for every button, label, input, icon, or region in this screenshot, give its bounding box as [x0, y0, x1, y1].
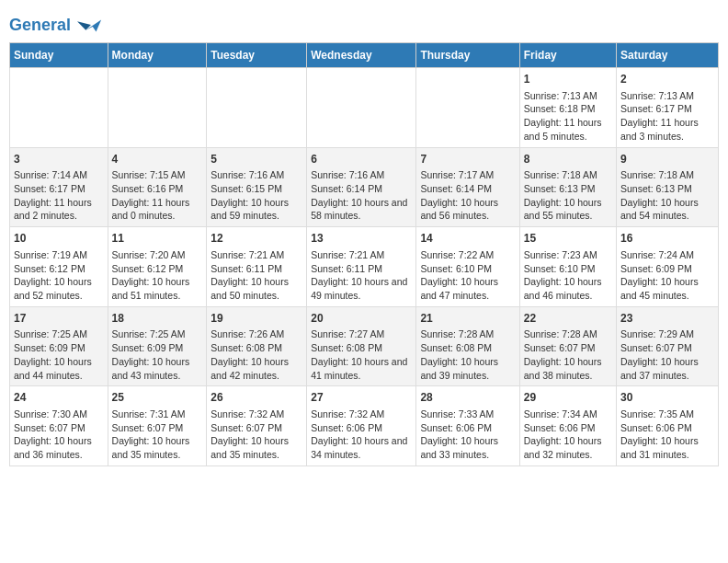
day-info: Sunset: 6:12 PM — [112, 262, 203, 276]
day-info: Sunrise: 7:28 AM — [420, 327, 515, 341]
day-info: Sunrise: 7:13 AM — [524, 89, 612, 103]
page-header: General — [9, 9, 719, 39]
logo: General — [9, 13, 103, 39]
day-info: Daylight: 11 hours and 3 minutes. — [620, 116, 714, 143]
calendar-cell: 22Sunrise: 7:28 AMSunset: 6:07 PMDayligh… — [519, 306, 616, 386]
day-info: Sunrise: 7:30 AM — [14, 408, 104, 421]
day-info: Sunset: 6:08 PM — [420, 341, 515, 355]
day-info: Sunrise: 7:25 AM — [112, 327, 203, 341]
day-info: Sunset: 6:11 PM — [311, 262, 412, 276]
day-number: 22 — [524, 311, 612, 327]
column-header-wednesday: Wednesday — [307, 43, 416, 68]
day-info: Sunrise: 7:20 AM — [112, 248, 203, 262]
column-header-tuesday: Tuesday — [207, 43, 307, 68]
day-info: Sunset: 6:16 PM — [112, 182, 203, 196]
calendar-table: SundayMondayTuesdayWednesdayThursdayFrid… — [9, 42, 719, 466]
day-info: Sunrise: 7:33 AM — [420, 408, 515, 421]
day-number: 16 — [620, 231, 714, 247]
day-info: Daylight: 10 hours and 47 minutes. — [420, 275, 515, 302]
day-info: Sunset: 6:07 PM — [14, 421, 104, 435]
calendar-cell: 20Sunrise: 7:27 AMSunset: 6:08 PMDayligh… — [307, 306, 416, 386]
day-info: Sunrise: 7:18 AM — [620, 168, 714, 182]
logo-general: General — [9, 16, 71, 34]
day-info: Sunset: 6:14 PM — [311, 182, 412, 196]
day-info: Daylight: 11 hours and 5 minutes. — [524, 116, 612, 143]
calendar-cell: 30Sunrise: 7:35 AMSunset: 6:06 PMDayligh… — [617, 386, 719, 466]
day-info: Daylight: 10 hours and 35 minutes. — [112, 434, 203, 461]
calendar-cell: 13Sunrise: 7:21 AMSunset: 6:11 PMDayligh… — [307, 227, 416, 307]
day-info: Sunset: 6:09 PM — [14, 341, 104, 355]
calendar-week-row: 17Sunrise: 7:25 AMSunset: 6:09 PMDayligh… — [10, 306, 719, 386]
day-info: Sunset: 6:08 PM — [210, 341, 302, 355]
day-info: Sunset: 6:06 PM — [420, 421, 515, 435]
day-number: 24 — [14, 390, 104, 406]
calendar-cell: 7Sunrise: 7:17 AMSunset: 6:14 PMDaylight… — [416, 147, 519, 227]
day-info: Sunrise: 7:21 AM — [210, 248, 302, 262]
calendar-cell: 21Sunrise: 7:28 AMSunset: 6:08 PMDayligh… — [416, 306, 519, 386]
day-info: Sunset: 6:13 PM — [620, 182, 714, 196]
day-info: Sunset: 6:10 PM — [524, 262, 612, 276]
calendar-cell: 1Sunrise: 7:13 AMSunset: 6:18 PMDaylight… — [519, 68, 616, 148]
calendar-cell: 10Sunrise: 7:19 AMSunset: 6:12 PMDayligh… — [10, 227, 108, 307]
day-info: Sunrise: 7:16 AM — [311, 168, 412, 182]
day-number: 19 — [210, 311, 302, 327]
day-info: Sunrise: 7:16 AM — [210, 168, 302, 182]
day-number: 11 — [112, 231, 203, 247]
day-info: Daylight: 10 hours and 45 minutes. — [620, 275, 714, 302]
calendar-cell: 12Sunrise: 7:21 AMSunset: 6:11 PMDayligh… — [207, 227, 307, 307]
calendar-week-row: 10Sunrise: 7:19 AMSunset: 6:12 PMDayligh… — [10, 227, 719, 307]
day-info: Daylight: 10 hours and 42 minutes. — [210, 355, 302, 382]
day-info: Daylight: 10 hours and 52 minutes. — [14, 275, 104, 302]
day-info: Sunset: 6:18 PM — [524, 102, 612, 116]
calendar-cell: 16Sunrise: 7:24 AMSunset: 6:09 PMDayligh… — [617, 227, 719, 307]
day-number: 14 — [420, 231, 515, 247]
day-number: 15 — [524, 231, 612, 247]
logo-bird-icon — [77, 13, 103, 39]
day-info: Sunrise: 7:27 AM — [311, 327, 412, 341]
column-header-sunday: Sunday — [10, 43, 108, 68]
day-info: Daylight: 10 hours and 59 minutes. — [210, 196, 302, 223]
day-info: Sunset: 6:07 PM — [620, 341, 714, 355]
day-info: Sunrise: 7:34 AM — [524, 408, 612, 421]
day-number: 1 — [524, 72, 612, 87]
day-info: Daylight: 11 hours and 2 minutes. — [14, 196, 104, 223]
day-info: Daylight: 10 hours and 49 minutes. — [311, 275, 412, 302]
day-number: 26 — [210, 390, 302, 406]
day-number: 20 — [311, 311, 412, 327]
calendar-cell: 28Sunrise: 7:33 AMSunset: 6:06 PMDayligh… — [416, 386, 519, 466]
calendar-cell: 23Sunrise: 7:29 AMSunset: 6:07 PMDayligh… — [617, 306, 719, 386]
calendar-cell: 4Sunrise: 7:15 AMSunset: 6:16 PMDaylight… — [108, 147, 207, 227]
day-info: Sunrise: 7:22 AM — [420, 248, 515, 262]
calendar-cell: 3Sunrise: 7:14 AMSunset: 6:17 PMDaylight… — [10, 147, 108, 227]
day-info: Sunset: 6:06 PM — [620, 421, 714, 435]
day-info: Sunset: 6:09 PM — [112, 341, 203, 355]
day-info: Sunrise: 7:26 AM — [210, 327, 302, 341]
day-info: Sunrise: 7:29 AM — [620, 327, 714, 341]
calendar-cell: 24Sunrise: 7:30 AMSunset: 6:07 PMDayligh… — [10, 386, 108, 466]
calendar-cell — [207, 68, 307, 148]
day-info: Sunrise: 7:35 AM — [620, 408, 714, 421]
calendar-cell: 19Sunrise: 7:26 AMSunset: 6:08 PMDayligh… — [207, 306, 307, 386]
day-info: Sunrise: 7:23 AM — [524, 248, 612, 262]
day-info: Sunset: 6:17 PM — [620, 102, 714, 116]
day-info: Daylight: 10 hours and 46 minutes. — [524, 275, 612, 302]
day-number: 4 — [112, 152, 203, 167]
day-info: Daylight: 10 hours and 51 minutes. — [112, 275, 203, 302]
day-info: Daylight: 10 hours and 54 minutes. — [620, 196, 714, 223]
calendar-cell: 9Sunrise: 7:18 AMSunset: 6:13 PMDaylight… — [617, 147, 719, 227]
day-number: 12 — [210, 231, 302, 247]
day-number: 10 — [14, 231, 104, 247]
day-number: 8 — [524, 152, 612, 167]
column-header-saturday: Saturday — [617, 43, 719, 68]
day-number: 30 — [620, 390, 714, 406]
calendar-cell: 27Sunrise: 7:32 AMSunset: 6:06 PMDayligh… — [307, 386, 416, 466]
calendar-cell: 2Sunrise: 7:13 AMSunset: 6:17 PMDaylight… — [617, 68, 719, 148]
day-info: Sunrise: 7:24 AM — [620, 248, 714, 262]
calendar-cell: 8Sunrise: 7:18 AMSunset: 6:13 PMDaylight… — [519, 147, 616, 227]
calendar-week-row: 1Sunrise: 7:13 AMSunset: 6:18 PMDaylight… — [10, 68, 719, 148]
day-info: Daylight: 10 hours and 33 minutes. — [420, 434, 515, 461]
day-info: Sunrise: 7:28 AM — [524, 327, 612, 341]
calendar-cell: 17Sunrise: 7:25 AMSunset: 6:09 PMDayligh… — [10, 306, 108, 386]
day-number: 13 — [311, 231, 412, 247]
calendar-cell: 6Sunrise: 7:16 AMSunset: 6:14 PMDaylight… — [307, 147, 416, 227]
